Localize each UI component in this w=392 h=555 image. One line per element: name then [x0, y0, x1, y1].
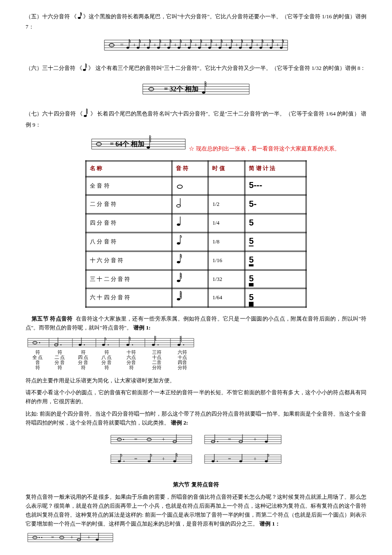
svg-text:=: = — [228, 456, 231, 462]
svg-point-86 — [177, 223, 180, 225]
cell-symbol — [172, 232, 208, 251]
svg-text:六点: 六点 — [127, 355, 136, 360]
cell-jianpu: 5 — [245, 214, 306, 233]
section-7-desc: 长着四个尾巴的黑色音符名叫"六十四分音符"。它是"三十二分音符"的一半。（它等于… — [26, 110, 366, 127]
svg-text:二 点: 二 点 — [55, 355, 65, 360]
svg-text:+: + — [235, 42, 238, 48]
svg-text:+: + — [266, 42, 269, 48]
svg-point-205 — [148, 460, 151, 462]
staff-example-9: = 64个 相加 ☆ 现在总的列出一张表，看一看音符这个大家庭直系的关系。 — [26, 135, 366, 153]
svg-point-59 — [83, 69, 86, 71]
double-ex-label: 谱例 1： — [259, 520, 280, 527]
svg-text:八 点: 八 点 — [101, 355, 112, 360]
svg-text:二音: 二音 — [152, 360, 161, 365]
svg-point-33 — [157, 47, 160, 49]
cell-jianpu: 5--- — [245, 176, 306, 195]
svg-point-71 — [84, 115, 86, 117]
svg-point-57 — [280, 47, 282, 49]
svg-point-88 — [177, 242, 180, 244]
svg-text:=: = — [228, 436, 231, 442]
svg-point-31 — [147, 47, 150, 49]
section-5-para: （五）十六分音符 《》这个黑脸的音符长着两条尾巴，它叫"十六分音符"。它比八分音… — [26, 12, 366, 32]
cell-symbol — [172, 251, 208, 270]
svg-point-122 — [132, 344, 133, 345]
svg-text:分 音: 分 音 — [78, 360, 89, 365]
svg-text:符: 符 — [35, 350, 40, 355]
svg-text:符: 符 — [81, 350, 86, 355]
th-name: 名 称 — [86, 161, 172, 176]
svg-point-114 — [79, 344, 82, 346]
svg-text:符: 符 — [58, 365, 62, 370]
section-7-para: （七）六十四分音符 《 》 长着四个尾巴的黑色音符名叫"六十四分音符"。它是"三… — [26, 108, 366, 130]
section-dot-text1: 在音符这个大家族里，还有一些旁系亲属。例如符点音符。它只是一个圆圆的小点点，附属… — [26, 315, 366, 331]
svg-text:+: + — [184, 42, 187, 48]
svg-point-83 — [177, 185, 182, 188]
svg-text:+: + — [256, 42, 259, 48]
svg-text:+: + — [174, 42, 177, 48]
staff-dotted-example: 符全 点音符 符二 点分 音符 符四 点分 音符 符八 点分 音符 十符六点分音… — [26, 336, 366, 373]
svg-text:符: 符 — [129, 365, 134, 370]
svg-text:+: + — [162, 456, 165, 462]
cell-name: 六 十 四 分 音 符 — [86, 289, 172, 307]
svg-point-172 — [123, 439, 124, 440]
svg-point-35 — [167, 47, 170, 49]
svg-text:+: + — [164, 42, 167, 48]
svg-text:分音: 分音 — [127, 360, 136, 365]
section-7-title: （七）六十四分音符 — [26, 110, 76, 117]
section-dot-para: 第五节 符点音符 在音符这个大家族里，还有一些旁系亲属。例如符点音符。它只是一个… — [26, 315, 366, 332]
thirtysecond-note-icon — [82, 63, 88, 75]
section-5-title: （五）十六分音符 — [26, 13, 70, 20]
staff8-text: = 32个 相加 — [164, 85, 199, 92]
cell-symbol — [172, 289, 208, 307]
section-6-desc: 这个有着三个尾巴的音符叫"三十二分音符"。它比十六分音符又少一半。（它等于全音符… — [95, 65, 366, 72]
note-table: 名 称 音 符 时 值 简 谱 计 法 全 音 符 5--- 二 分 音 符 1… — [85, 160, 307, 308]
cell-name: 八 分 音 符 — [86, 232, 172, 251]
section-double-heading: 第六节 复符点音符 — [26, 480, 366, 489]
svg-point-49 — [239, 47, 242, 49]
svg-text:六符: 六符 — [178, 350, 187, 355]
svg-text:+: + — [254, 436, 257, 442]
svg-text:+: + — [245, 42, 248, 48]
cell-jianpu: 5 — [245, 270, 306, 289]
svg-text:十符: 十符 — [127, 350, 136, 355]
cell-jianpu: 5 — [245, 251, 306, 270]
svg-text:+: + — [162, 436, 165, 442]
dot-explain-3: 比如: 前面的是个四分音符。当这个四分音符唱一拍时，那么这个带了符点的四分符点音… — [26, 410, 366, 428]
th-symbol: 音 符 — [172, 161, 208, 176]
svg-point-126 — [178, 344, 181, 346]
svg-point-119 — [108, 344, 109, 345]
svg-text:三符: 三符 — [152, 350, 161, 355]
svg-text:=: = — [120, 42, 124, 48]
table-row: 全 音 符 5--- — [86, 176, 306, 195]
svg-text:符: 符 — [104, 350, 109, 355]
svg-point-81 — [147, 146, 150, 148]
svg-text:符: 符 — [104, 365, 109, 370]
svg-point-113 — [61, 344, 62, 345]
staff-dotted-example-2: = + = + = + = + — [26, 433, 366, 474]
svg-point-53 — [259, 47, 262, 49]
staff9-text: = 64个 相加 — [110, 140, 144, 147]
svg-point-1 — [78, 17, 81, 19]
svg-point-39 — [188, 47, 190, 49]
svg-text:分符: 分符 — [152, 365, 161, 370]
svg-point-185 — [265, 440, 268, 442]
svg-point-69 — [202, 92, 205, 94]
section-double-text: 复符点音符一般来说用的不是很多。如果由于乐曲的需要，所唱音的音值比符点音符还要长… — [26, 493, 366, 528]
svg-text:十点: 十点 — [152, 355, 161, 360]
svg-text:+: + — [215, 42, 218, 48]
cell-symbol — [172, 176, 208, 195]
svg-point-123 — [152, 344, 155, 346]
svg-point-212 — [217, 460, 218, 462]
cell-name: 二 分 音 符 — [86, 195, 172, 214]
svg-text:+: + — [254, 456, 257, 462]
cell-name: 全 音 符 — [86, 176, 172, 195]
svg-point-214 — [239, 460, 242, 462]
summary-line: ☆ 现在总的列出一张表，看一看音符这个大家庭直系的关系。 — [189, 145, 340, 152]
svg-point-117 — [102, 344, 105, 346]
svg-text:全 点: 全 点 — [32, 355, 43, 360]
cell-duration — [208, 176, 245, 195]
cell-duration: 1/32 — [208, 270, 245, 289]
svg-text:+: + — [143, 42, 146, 48]
svg-point-116 — [84, 344, 85, 345]
svg-point-90 — [177, 261, 180, 263]
